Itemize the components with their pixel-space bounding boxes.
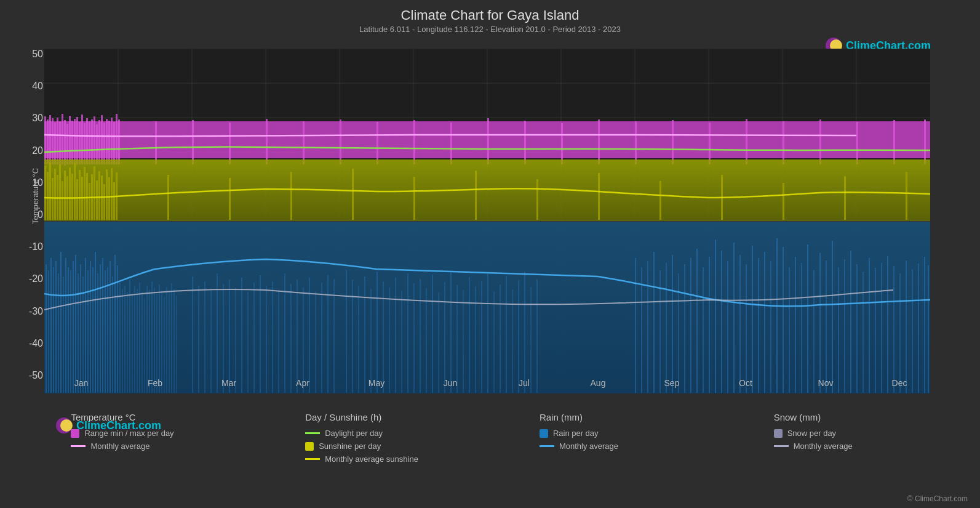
svg-rect-191 xyxy=(54,123,56,164)
svg-rect-73 xyxy=(159,284,160,393)
svg-rect-156 xyxy=(752,246,753,393)
svg-rect-68 xyxy=(146,286,148,393)
svg-text:Nov: Nov xyxy=(818,378,834,388)
svg-rect-51 xyxy=(105,270,106,393)
legend-sunshine-avg: Monthly average sunshine xyxy=(305,454,440,464)
svg-rect-221 xyxy=(266,119,268,164)
svg-rect-60 xyxy=(127,292,128,393)
svg-rect-47 xyxy=(95,252,96,393)
svg-rect-89 xyxy=(241,278,242,393)
svg-rect-269 xyxy=(113,182,115,220)
svg-rect-177 xyxy=(881,263,882,393)
svg-rect-232 xyxy=(672,120,674,164)
svg-rect-240 xyxy=(44,159,930,221)
snow-avg-swatch xyxy=(774,445,789,447)
svg-rect-241 xyxy=(44,166,46,220)
copyright: © ClimeChart.com xyxy=(907,494,968,503)
svg-rect-223 xyxy=(340,119,341,164)
svg-rect-146 xyxy=(690,258,691,393)
svg-rect-63 xyxy=(134,286,135,393)
svg-rect-162 xyxy=(789,267,790,393)
svg-rect-243 xyxy=(49,163,51,220)
daylight-swatch xyxy=(305,432,320,434)
svg-rect-283 xyxy=(906,172,907,220)
svg-rect-113 xyxy=(395,278,396,393)
svg-rect-209 xyxy=(98,120,100,164)
svg-rect-242 xyxy=(47,172,49,220)
svg-rect-196 xyxy=(66,124,68,164)
svg-rect-206 xyxy=(91,119,93,164)
svg-rect-66 xyxy=(141,292,143,393)
svg-rect-43 xyxy=(85,258,86,393)
svg-rect-233 xyxy=(709,123,711,164)
svg-point-306 xyxy=(60,419,73,432)
legend-daylight-label: Daylight per day xyxy=(325,429,383,438)
svg-rect-92 xyxy=(260,275,261,393)
main-container: Climate Chart for Gaya Island Latitude 6… xyxy=(0,0,980,508)
legend-snow-per-day-label: Snow per day xyxy=(787,429,837,438)
svg-rect-45 xyxy=(90,261,91,393)
svg-rect-30 xyxy=(53,267,54,393)
chart-title: Climate Chart for Gaya Island xyxy=(0,0,980,23)
legend-sunshine: Day / Sunshine (h) Daylight per day Suns… xyxy=(305,412,440,464)
svg-rect-182 xyxy=(912,269,913,393)
svg-rect-258 xyxy=(86,173,88,220)
svg-rect-142 xyxy=(666,263,667,393)
svg-text:Jun: Jun xyxy=(444,378,458,388)
svg-rect-175 xyxy=(869,258,870,393)
svg-rect-158 xyxy=(764,252,765,393)
svg-rect-274 xyxy=(352,169,354,220)
svg-rect-271 xyxy=(167,175,169,220)
svg-rect-97 xyxy=(290,284,292,393)
svg-rect-263 xyxy=(98,171,100,220)
svg-text:Aug: Aug xyxy=(591,378,606,388)
svg-rect-152 xyxy=(727,261,728,393)
svg-rect-69 xyxy=(149,290,150,393)
svg-rect-102 xyxy=(321,283,322,393)
svg-rect-123 xyxy=(456,285,458,393)
svg-rect-116 xyxy=(413,283,415,393)
svg-rect-231 xyxy=(635,121,637,164)
brand-logo-bottom: ClimeChart.com xyxy=(55,417,161,434)
svg-rect-214 xyxy=(111,118,113,164)
svg-rect-211 xyxy=(103,123,105,164)
rain-per-day-swatch xyxy=(540,429,548,438)
svg-rect-184 xyxy=(924,257,925,393)
svg-rect-105 xyxy=(346,270,347,393)
svg-rect-262 xyxy=(96,180,98,220)
svg-rect-194 xyxy=(62,114,63,164)
svg-rect-226 xyxy=(450,123,452,164)
svg-rect-193 xyxy=(59,121,61,164)
svg-rect-170 xyxy=(838,267,839,393)
svg-rect-213 xyxy=(108,121,110,164)
svg-rect-90 xyxy=(247,292,249,393)
svg-rect-35 xyxy=(65,258,66,393)
legend-snow-avg: Monthly average xyxy=(774,441,909,451)
svg-text:May: May xyxy=(368,378,384,388)
legend-daylight: Daylight per day xyxy=(305,429,440,438)
svg-rect-189 xyxy=(49,115,51,164)
svg-rect-38 xyxy=(73,261,74,393)
svg-rect-134 xyxy=(524,272,525,393)
svg-rect-154 xyxy=(739,255,741,393)
svg-rect-114 xyxy=(401,291,402,393)
svg-rect-259 xyxy=(89,183,90,220)
legend-snow-per-day: Snow per day xyxy=(774,429,909,438)
temp-avg-swatch xyxy=(71,445,86,447)
svg-rect-133 xyxy=(518,280,519,393)
svg-rect-281 xyxy=(783,183,784,220)
svg-rect-132 xyxy=(512,289,513,393)
svg-rect-31 xyxy=(55,261,57,393)
svg-rect-207 xyxy=(94,116,95,164)
svg-text:Apr: Apr xyxy=(296,378,309,388)
svg-rect-136 xyxy=(536,279,538,393)
svg-rect-179 xyxy=(893,266,894,393)
svg-rect-282 xyxy=(844,176,846,220)
svg-rect-55 xyxy=(114,255,116,393)
svg-rect-34 xyxy=(63,276,64,393)
legend-sunshine-title: Day / Sunshine (h) xyxy=(305,412,440,422)
svg-rect-225 xyxy=(413,120,415,164)
svg-rect-267 xyxy=(108,177,110,220)
svg-rect-244 xyxy=(52,178,54,220)
svg-rect-67 xyxy=(144,298,145,393)
